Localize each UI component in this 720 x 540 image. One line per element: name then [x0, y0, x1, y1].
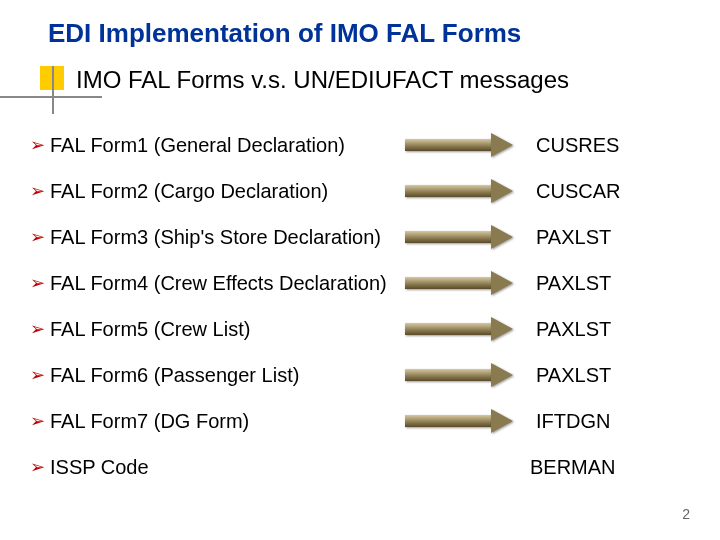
list-item: ➢FAL Form2 (Cargo Declaration)CUSCAR: [30, 168, 690, 214]
arrow-icon: [405, 227, 515, 247]
list-item: ➢FAL Form6 (Passenger List)PAXLST: [30, 352, 690, 398]
message-code: PAXLST: [530, 226, 690, 249]
arrow-cell: [390, 365, 530, 385]
bullet-icon: ➢: [30, 364, 50, 386]
list-item: ➢ISSP CodeBERMAN: [30, 444, 690, 490]
bullet-icon: ➢: [30, 410, 50, 432]
arrow-cell: [390, 181, 530, 201]
message-code: PAXLST: [530, 364, 690, 387]
arrow-cell: [390, 227, 530, 247]
arrow-icon: [405, 319, 515, 339]
arrow-icon: [405, 135, 515, 155]
bullet-icon: ➢: [30, 318, 50, 340]
message-code: CUSCAR: [530, 180, 690, 203]
bullet-icon: ➢: [30, 180, 50, 202]
form-label: FAL Form3 (Ship's Store Declaration): [50, 226, 390, 249]
list-item: ➢FAL Form4 (Crew Effects Declaration)PAX…: [30, 260, 690, 306]
message-code: BERMAN: [530, 456, 690, 479]
form-label: FAL Form4 (Crew Effects Declaration): [50, 272, 390, 295]
bullet-icon: ➢: [30, 134, 50, 156]
message-code: IFTDGN: [530, 410, 690, 433]
arrow-icon: [405, 365, 515, 385]
form-label: FAL Form1 (General Declaration): [50, 134, 390, 157]
list-item: ➢FAL Form5 (Crew List)PAXLST: [30, 306, 690, 352]
form-label: FAL Form6 (Passenger List): [50, 364, 390, 387]
list-item: ➢FAL Form1 (General Declaration)CUSRES: [30, 122, 690, 168]
form-label: FAL Form5 (Crew List): [50, 318, 390, 341]
list-item: ➢FAL Form3 (Ship's Store Declaration)PAX…: [30, 214, 690, 260]
message-code: PAXLST: [530, 318, 690, 341]
arrow-cell: [390, 273, 530, 293]
bullet-icon: ➢: [30, 456, 50, 478]
arrow-icon: [405, 273, 515, 293]
page-number: 2: [682, 506, 690, 522]
arrow-cell: [390, 411, 530, 431]
bullet-icon: ➢: [30, 272, 50, 294]
form-label: FAL Form2 (Cargo Declaration): [50, 180, 390, 203]
mapping-list: ➢FAL Form1 (General Declaration)CUSRES➢F…: [30, 122, 690, 490]
form-label: FAL Form7 (DG Form): [50, 410, 390, 433]
arrow-icon: [405, 181, 515, 201]
form-label: ISSP Code: [50, 456, 390, 479]
arrow-cell: [390, 135, 530, 155]
slide-title: EDI Implementation of IMO FAL Forms: [48, 18, 720, 49]
bullet-icon: ➢: [30, 226, 50, 248]
message-code: PAXLST: [530, 272, 690, 295]
message-code: CUSRES: [530, 134, 690, 157]
arrow-cell: [390, 319, 530, 339]
arrow-icon: [405, 411, 515, 431]
slide-subtitle: IMO FAL Forms v.s. UN/EDIUFACT messages: [76, 66, 569, 94]
list-item: ➢FAL Form7 (DG Form)IFTDGN: [30, 398, 690, 444]
